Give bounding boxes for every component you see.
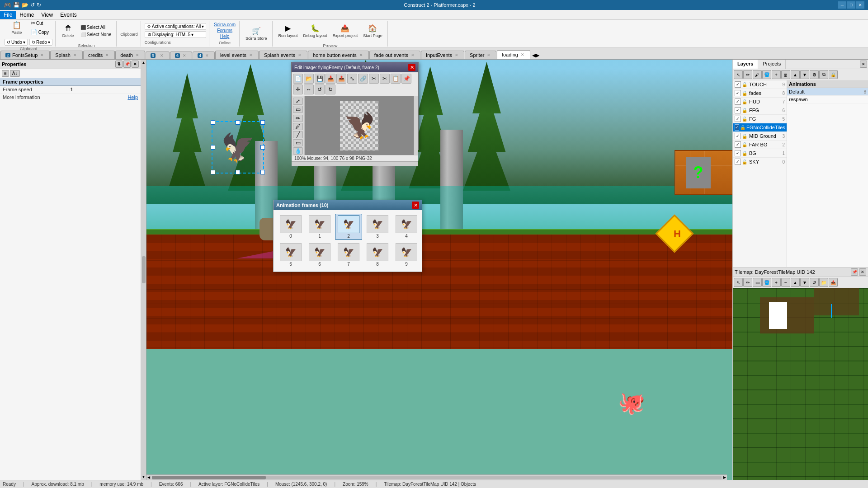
cut-button[interactable]: ✂ Cut (28, 19, 51, 27)
layer-bg-lock[interactable]: 🔓 (742, 151, 748, 156)
img-scrollbar-h[interactable] (292, 161, 418, 166)
tilemap-tool-pencil[interactable]: ✏ (743, 278, 752, 287)
frame-properties-header[interactable]: Frame properties (0, 78, 141, 86)
tool-undo3[interactable]: ↺ (315, 84, 325, 94)
layer-tool-fill[interactable]: 🪣 (762, 70, 771, 79)
frame-5[interactable]: 🦅 5 (277, 242, 304, 268)
tab-fade-out-events[interactable]: fade out events ✕ (369, 51, 420, 59)
layer-hud-vis[interactable]: ✓ (735, 99, 741, 105)
scroll-right-arrow[interactable]: ▶ (722, 475, 727, 479)
tab-projects[interactable]: Projects (758, 60, 786, 69)
tab-input-events[interactable]: InputEvents ✕ (421, 51, 464, 59)
tab-death-close[interactable]: ✕ (135, 53, 140, 57)
frame-8[interactable]: 🦅 8 (364, 242, 391, 268)
anim-respawn[interactable]: respawn (787, 96, 868, 103)
canvas-scrollbar-h[interactable]: ◀ ▶ (146, 474, 727, 480)
tilemap-tool-select[interactable]: ↖ (734, 278, 743, 287)
anim-default[interactable]: Default 8 (787, 88, 868, 96)
tab-splash-close[interactable]: ✕ (72, 53, 78, 57)
flying-enemy-container[interactable]: 🦅 (213, 123, 262, 172)
animation-frames-close[interactable]: ✕ (412, 202, 419, 209)
tab-splash[interactable]: Splash ✕ (50, 51, 83, 59)
layer-fades-vis[interactable]: ✓ (735, 90, 741, 96)
layer-fgnocollide-lock[interactable]: 🔓 (740, 125, 745, 130)
tilemap-tool-up2[interactable]: ▲ (791, 278, 800, 287)
tool-dropper[interactable]: 💧 (293, 147, 303, 155)
canvas-scrollbar-v-left[interactable]: ▲ ▼ (141, 60, 146, 480)
tab-splash-events-close[interactable]: ✕ (297, 53, 302, 57)
props-category-btn[interactable]: ≡ (2, 70, 9, 77)
image-editor-header[interactable]: Edit image: flyingEnemy (Default, frame … (292, 62, 418, 72)
tool-select-rect[interactable]: ▭ (293, 106, 303, 113)
scirra-store-button[interactable]: 🛒 Scirra Store (243, 23, 269, 45)
props-alpha-btn[interactable]: A↓ (10, 70, 20, 77)
tab-credits-close[interactable]: ✕ (104, 53, 110, 57)
paste-button[interactable]: 📋 Paste (6, 16, 28, 39)
tab-fontssetup-close[interactable]: ✕ (39, 53, 45, 57)
tilemap-tool-minus[interactable]: − (781, 278, 790, 287)
tool-paste2[interactable]: 📌 (401, 74, 411, 84)
tilemap-tool-reload[interactable]: ↺ (810, 278, 819, 287)
layer-fgnocollide-vis[interactable]: ✓ (735, 124, 739, 131)
tool-line[interactable]: ╱ (293, 131, 303, 138)
tabs-overflow-button[interactable]: ◀▶ (530, 52, 541, 59)
layer-tool-duplicate[interactable]: ⧉ (819, 70, 828, 79)
prop-close-icon[interactable]: ✕ (132, 61, 139, 68)
tab-6[interactable]: 6 ✕ (170, 52, 192, 59)
layer-farbg-lock[interactable]: 🔓 (742, 142, 748, 147)
prop-sort-icon[interactable]: ⇅ (115, 61, 123, 68)
tilemap-tool-down2[interactable]: ▼ (800, 278, 809, 287)
handle-ml[interactable] (211, 145, 215, 150)
frame-4[interactable]: 🦅 4 (393, 214, 420, 240)
tab-layers[interactable]: Layers (733, 60, 758, 69)
tab-6-close[interactable]: ✕ (182, 53, 187, 58)
tab-5-close[interactable]: ✕ (159, 53, 165, 58)
select-all-button[interactable]: ⬛ Select All (78, 24, 113, 31)
frame-0[interactable]: 🦅 0 (277, 214, 304, 240)
layer-touch-lock[interactable]: 🔓 (742, 82, 748, 87)
tab-5[interactable]: 5 ✕ (146, 52, 170, 59)
layer-tool-down[interactable]: ▼ (800, 70, 809, 79)
frame-7[interactable]: 🦅 7 (335, 242, 362, 268)
layer-ffg-vis[interactable]: ✓ (735, 107, 741, 113)
layer-farbg[interactable]: ✓ 🔓 FAR BG 2 (733, 141, 787, 149)
handle-tr[interactable] (260, 120, 265, 125)
undo-button[interactable]: ↺ Undo ▾ (5, 39, 28, 46)
layer-tool-pencil[interactable]: ✏ (743, 70, 752, 79)
help-link-prop[interactable]: Help (127, 94, 138, 100)
layer-ffg-lock[interactable]: 🔓 (742, 108, 748, 113)
tool-copy2[interactable]: 📋 (391, 74, 401, 84)
layer-sky[interactable]: ✓ 🔓 SKY 0 (733, 158, 787, 166)
tool-redo3[interactable]: ↻ (326, 84, 335, 94)
delete-button[interactable]: 🗑 Delete (59, 20, 77, 42)
tab-home-button-events[interactable]: home button events ✕ (308, 51, 369, 59)
tab-input-events-close[interactable]: ✕ (454, 53, 459, 57)
layer-tool-settings[interactable]: ⚙ (810, 70, 819, 79)
layer-fg-vis[interactable]: ✓ (735, 116, 741, 122)
tab-spriter-close[interactable]: ✕ (486, 53, 491, 57)
tab-death[interactable]: death ✕ (115, 51, 145, 59)
layer-tool-select[interactable]: ↖ (734, 70, 743, 79)
tab-loading[interactable]: loading ✕ (497, 50, 530, 59)
minimize-button[interactable]: ─ (838, 1, 846, 9)
layer-fades-lock[interactable]: 🔓 (742, 91, 748, 96)
tab-fontssetup[interactable]: 2 FontsSetup ✕ (0, 51, 50, 59)
tilemap-pin[interactable]: 📌 (851, 268, 858, 276)
tool-link[interactable]: 🔗 (358, 74, 368, 84)
frame-3[interactable]: 🦅 3 (364, 214, 391, 240)
tilemap-tool-fill-rect[interactable]: ▭ (753, 278, 762, 287)
tool-fill[interactable]: 🖊 (293, 123, 303, 130)
scroll-thumb-inner[interactable] (152, 476, 266, 479)
scroll-left-arrow[interactable]: ◀ (146, 475, 151, 479)
layer-hud[interactable]: ✓ 🔓 HUD 7 (733, 98, 787, 106)
help-link[interactable]: Help (220, 34, 230, 39)
layer-fg[interactable]: ✓ 🔓 FG 5 (733, 115, 787, 123)
layer-tool-paint[interactable]: 🖌 (753, 70, 762, 79)
layer-touch[interactable]: ✓ 🔓 TOUCH 9 (733, 80, 787, 89)
layer-fgnocollide[interactable]: ✓ 🔓 FGNoCollideTiles 4 (733, 123, 787, 132)
tool-export[interactable]: 📤 (336, 74, 346, 84)
menu-events[interactable]: Events (57, 11, 80, 19)
tab-credits[interactable]: credits ✕ (83, 51, 115, 59)
close-button[interactable]: ✕ (856, 1, 864, 9)
tilemap-tool-export2[interactable]: 📤 (829, 278, 838, 287)
